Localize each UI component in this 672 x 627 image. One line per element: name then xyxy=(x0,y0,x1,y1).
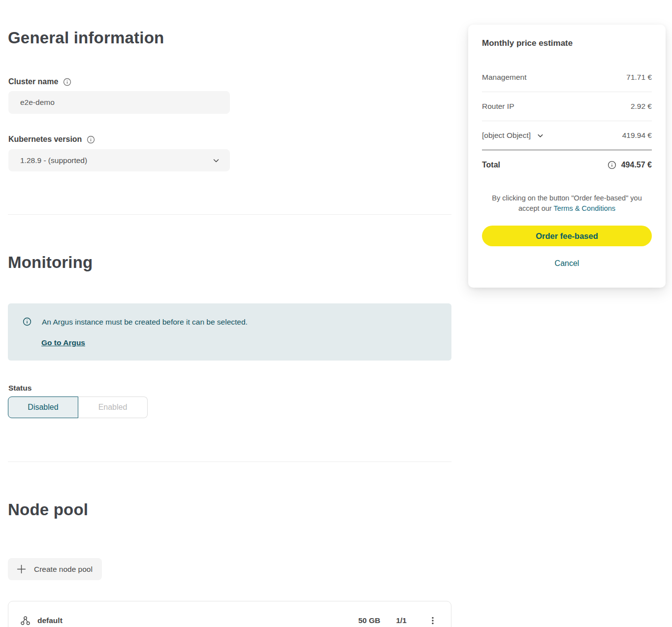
node-pool-menu-button[interactable] xyxy=(426,614,439,627)
cluster-name-label-row: Cluster name xyxy=(8,77,71,86)
node-pool-size: 50 GB xyxy=(358,616,381,625)
terms-text: By clicking on the button "Order fee-bas… xyxy=(491,193,643,214)
node-pool-title: Node pool xyxy=(8,500,88,519)
node-pool-name: default xyxy=(37,616,63,625)
cancel-button[interactable]: Cancel xyxy=(555,259,579,268)
monitoring-title: Monitoring xyxy=(8,253,93,272)
info-icon[interactable] xyxy=(608,161,616,169)
argus-notice-text: An Argus instance must be created before… xyxy=(42,317,248,328)
info-icon xyxy=(23,317,32,326)
status-toggle-group: Disabled Enabled xyxy=(8,396,148,418)
node-pool-icon xyxy=(20,616,31,626)
price-row-total: Total 494.57 € xyxy=(482,150,652,179)
price-row-label: [object Object] xyxy=(482,131,531,140)
price-row-amount: 71.71 € xyxy=(626,73,652,82)
status-option-disabled[interactable]: Disabled xyxy=(8,396,78,418)
info-icon[interactable] xyxy=(87,135,95,144)
order-fee-based-button[interactable]: Order fee-based xyxy=(482,226,652,246)
status-label: Status xyxy=(8,384,32,393)
go-to-argus-link[interactable]: Go to Argus xyxy=(41,338,85,347)
kubernetes-version-label: Kubernetes version xyxy=(8,135,82,144)
plus-icon xyxy=(17,564,26,574)
terms-and-conditions-link[interactable]: Terms & Conditions xyxy=(553,204,615,212)
cluster-name-input[interactable] xyxy=(8,91,230,114)
monthly-price-card: Monthly price estimate Management 71.71 … xyxy=(468,25,666,288)
general-information-title: General information xyxy=(8,29,164,47)
total-amount: 494.57 € xyxy=(621,161,652,169)
price-row-object: [object Object] 419.94 € xyxy=(482,121,652,150)
total-label: Total xyxy=(482,161,500,169)
price-row-label: Router IP xyxy=(482,102,514,111)
price-row-router-ip: Router IP 2.92 € xyxy=(482,92,652,121)
kubernetes-version-value: 1.28.9 - (supported) xyxy=(20,156,87,165)
node-pool-row[interactable]: default 50 GB 1/1 xyxy=(8,601,451,627)
section-divider xyxy=(8,462,451,462)
price-row-amount: 419.94 € xyxy=(622,131,652,140)
chevron-down-icon xyxy=(212,157,220,165)
argus-notice: An Argus instance must be created before… xyxy=(8,303,451,361)
cluster-name-label: Cluster name xyxy=(8,77,58,86)
price-row-management: Management 71.71 € xyxy=(482,63,652,92)
price-row-amount: 2.92 € xyxy=(631,102,652,111)
info-icon[interactable] xyxy=(63,78,71,86)
create-node-pool-label: Create node pool xyxy=(34,565,93,574)
node-pool-count: 1/1 xyxy=(396,616,407,625)
chevron-down-icon[interactable] xyxy=(537,132,544,139)
section-divider xyxy=(8,214,451,215)
create-node-pool-button[interactable]: Create node pool xyxy=(8,558,102,580)
price-card-title: Monthly price estimate xyxy=(482,38,652,48)
kubernetes-version-select[interactable]: 1.28.9 - (supported) xyxy=(8,149,230,171)
status-option-enabled[interactable]: Enabled xyxy=(78,396,148,418)
price-row-label: Management xyxy=(482,73,526,82)
kubernetes-version-label-row: Kubernetes version xyxy=(8,135,95,144)
kebab-icon xyxy=(428,616,437,625)
